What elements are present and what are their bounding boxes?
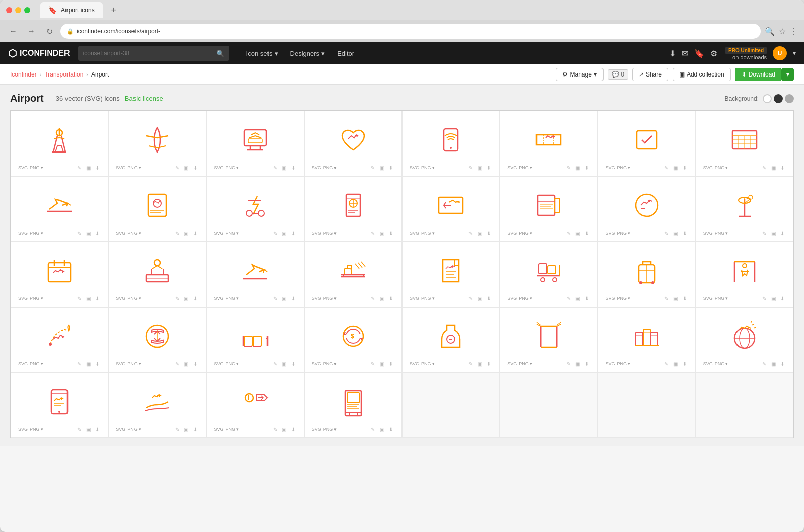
edit-icon[interactable]: ✎ xyxy=(761,295,768,302)
icon-cell[interactable]: SVG PNG ▾ ✎ ▣ ⬇ xyxy=(696,111,793,176)
icon-cell[interactable]: SVG PNG ▾ ✎ ▣ ⬇ xyxy=(11,372,108,438)
svg-badge[interactable]: SVG xyxy=(703,231,713,236)
download-small-icon[interactable]: ⬇ xyxy=(583,164,590,171)
new-tab-button[interactable]: + xyxy=(107,3,121,17)
svg-badge[interactable]: SVG xyxy=(312,361,321,366)
download-small-icon[interactable]: ⬇ xyxy=(94,426,101,433)
png-badge[interactable]: PNG xyxy=(226,165,236,170)
icon-cell[interactable]: SVG PNG ▾ ✎ ▣ ⬇ xyxy=(304,242,402,307)
download-small-icon[interactable]: ⬇ xyxy=(583,360,590,367)
format-dropdown[interactable]: ▾ xyxy=(530,296,532,301)
menu-icon[interactable]: ⋮ xyxy=(790,27,798,36)
png-badge[interactable]: PNG xyxy=(715,231,725,236)
svg-badge[interactable]: SVG xyxy=(214,427,224,432)
svg-badge[interactable]: SVG xyxy=(312,165,321,170)
icon-cell[interactable]: SVG PNG ▾ ✎ ▣ ⬇ xyxy=(304,176,402,242)
png-badge[interactable]: PNG xyxy=(323,296,333,301)
collection-icon[interactable]: ▣ xyxy=(770,164,777,171)
svg-badge[interactable]: SVG xyxy=(18,231,28,236)
png-badge[interactable]: PNG xyxy=(421,361,431,366)
edit-icon[interactable]: ✎ xyxy=(467,360,474,367)
search-input[interactable] xyxy=(83,50,212,57)
icon-cell[interactable]: SVG PNG ▾ ✎ ▣ ⬇ xyxy=(108,111,206,176)
edit-icon[interactable]: ✎ xyxy=(369,230,376,237)
collection-icon[interactable]: ▣ xyxy=(378,230,385,237)
icon-cell[interactable]: SVG PNG ▾ ✎ ▣ ⬇ xyxy=(696,307,793,372)
format-dropdown[interactable]: ▾ xyxy=(334,427,337,432)
download-small-icon[interactable]: ⬇ xyxy=(94,360,101,367)
icon-cell[interactable]: SVG PNG ▾ ✎ ▣ ⬇ xyxy=(11,307,108,372)
format-dropdown[interactable]: ▾ xyxy=(236,165,239,170)
download-small-icon[interactable]: ⬇ xyxy=(583,230,590,237)
format-dropdown[interactable]: ▾ xyxy=(432,361,435,366)
format-dropdown[interactable]: ▾ xyxy=(139,165,141,170)
png-badge[interactable]: PNG xyxy=(226,361,236,366)
png-badge[interactable]: PNG xyxy=(226,231,236,236)
png-badge[interactable]: PNG xyxy=(323,165,333,170)
format-dropdown[interactable]: ▾ xyxy=(725,361,728,366)
format-dropdown[interactable]: ▾ xyxy=(530,361,532,366)
format-dropdown[interactable]: ▾ xyxy=(530,165,532,170)
collection-icon[interactable]: ▣ xyxy=(672,230,679,237)
icon-cell[interactable]: SVG PNG ▾ ✎ ▣ ⬇ xyxy=(598,242,696,307)
format-dropdown[interactable]: ▾ xyxy=(725,296,728,301)
manage-button[interactable]: ⚙ Manage ▾ xyxy=(556,68,603,81)
edit-icon[interactable]: ✎ xyxy=(663,360,670,367)
format-dropdown[interactable]: ▾ xyxy=(139,427,141,432)
edit-icon[interactable]: ✎ xyxy=(174,295,181,302)
collection-icon[interactable]: ▣ xyxy=(183,295,190,302)
icon-cell[interactable]: SVG PNG ▾ ✎ ▣ ⬇ xyxy=(108,176,206,242)
edit-icon[interactable]: ✎ xyxy=(467,164,474,171)
icon-cell[interactable]: SVG PNG ▾ ✎ ▣ ⬇ xyxy=(500,176,597,242)
edit-icon[interactable]: ✎ xyxy=(369,164,376,171)
png-badge[interactable]: PNG xyxy=(421,231,431,236)
svg-badge[interactable]: SVG xyxy=(507,296,517,301)
edit-icon[interactable]: ✎ xyxy=(272,164,279,171)
download-small-icon[interactable]: ⬇ xyxy=(779,295,786,302)
icon-cell[interactable]: SVG PNG ▾ ✎ ▣ ⬇ xyxy=(500,307,597,372)
icon-cell[interactable]: i SVG PNG ▾ ✎ ▣ xyxy=(207,372,304,438)
collection-icon[interactable]: ▣ xyxy=(574,360,581,367)
svg-badge[interactable]: SVG xyxy=(410,231,419,236)
download-small-icon[interactable]: ⬇ xyxy=(387,164,394,171)
edit-icon[interactable]: ✎ xyxy=(369,360,376,367)
svg-badge[interactable]: SVG xyxy=(18,296,28,301)
maximize-button[interactable] xyxy=(24,7,30,13)
close-button[interactable] xyxy=(6,7,12,13)
download-small-icon[interactable]: ⬇ xyxy=(192,164,199,171)
svg-badge[interactable]: SVG xyxy=(214,296,224,301)
edit-icon[interactable]: ✎ xyxy=(76,164,83,171)
nav-editor[interactable]: Editor xyxy=(332,48,359,59)
svg-badge[interactable]: SVG xyxy=(18,427,28,432)
edit-icon[interactable]: ✎ xyxy=(565,230,572,237)
nav-search-bar[interactable]: 🔍 xyxy=(78,46,229,61)
format-dropdown[interactable]: ▾ xyxy=(41,231,43,236)
collection-icon[interactable]: ▣ xyxy=(85,230,92,237)
collection-icon[interactable]: ▣ xyxy=(378,295,385,302)
icon-cell[interactable]: SVG PNG ▾ ✎ ▣ ⬇ xyxy=(402,307,500,372)
png-badge[interactable]: PNG xyxy=(421,296,431,301)
collection-icon[interactable]: ▣ xyxy=(574,295,581,302)
format-dropdown[interactable]: ▾ xyxy=(139,361,141,366)
edit-icon[interactable]: ✎ xyxy=(369,295,376,302)
forward-button[interactable]: → xyxy=(24,24,38,38)
svg-badge[interactable]: SVG xyxy=(606,165,615,170)
collection-icon[interactable]: ▣ xyxy=(85,295,92,302)
edit-icon[interactable]: ✎ xyxy=(272,426,279,433)
png-badge[interactable]: PNG xyxy=(127,231,138,236)
format-dropdown[interactable]: ▾ xyxy=(432,231,435,236)
png-badge[interactable]: PNG xyxy=(323,231,333,236)
icon-cell[interactable]: SVG PNG ▾ ✎ ▣ ⬇ xyxy=(207,176,304,242)
collection-icon[interactable]: ▣ xyxy=(183,164,190,171)
icon-cell[interactable]: SVG PNG ▾ ✎ ▣ ⬇ xyxy=(207,307,304,372)
format-dropdown[interactable]: ▾ xyxy=(236,427,239,432)
edit-icon[interactable]: ✎ xyxy=(663,295,670,302)
svg-badge[interactable]: SVG xyxy=(507,165,517,170)
download-small-icon[interactable]: ⬇ xyxy=(387,230,394,237)
refresh-button[interactable]: ↻ xyxy=(42,24,56,38)
svg-badge[interactable]: SVG xyxy=(606,296,615,301)
png-badge[interactable]: PNG xyxy=(30,361,40,366)
png-badge[interactable]: PNG xyxy=(127,361,138,366)
edit-icon[interactable]: ✎ xyxy=(76,295,83,302)
icon-cell[interactable]: SVG PNG ▾ ✎ ▣ ⬇ xyxy=(108,242,206,307)
